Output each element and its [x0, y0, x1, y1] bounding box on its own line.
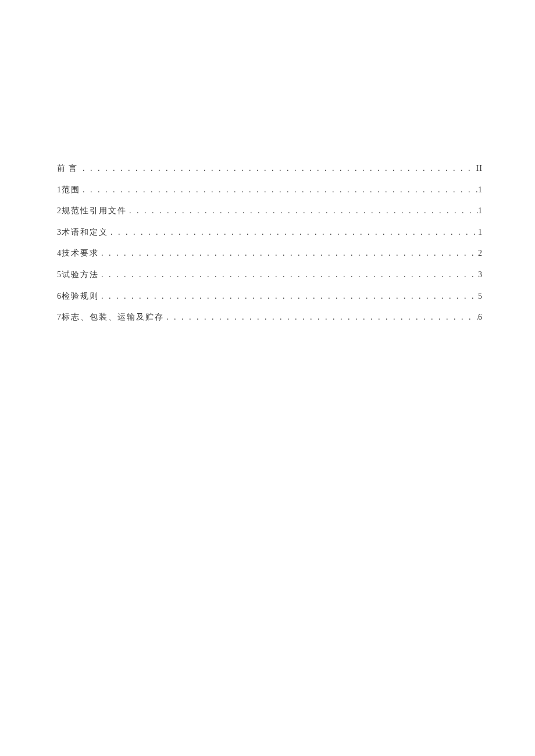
toc-leader-dots: . . . . . . . . . . . . . . . . . . . . …	[127, 205, 478, 217]
toc-entry-number: 3	[57, 227, 62, 238]
toc-leader-dots: . . . . . . . . . . . . . . . . . . . . …	[80, 184, 478, 196]
toc-entry-title: 技术要求	[62, 248, 99, 259]
toc-entry-page: 3	[478, 269, 483, 281]
toc-leader-dots: . . . . . . . . . . . . . . . . . . . . …	[99, 291, 478, 302]
toc-entry-number: 6	[57, 291, 62, 302]
toc-entry-title: 规范性引用文件	[62, 205, 127, 217]
toc-entry-number: 1	[57, 184, 62, 196]
toc-entry-page: 6	[478, 311, 483, 323]
toc-entry-title: 术语和定义	[62, 227, 108, 238]
toc-entry: 7 标志、包装、运输及贮存. . . . . . . . . . . . . .…	[57, 311, 483, 323]
toc-entry-number: 7	[57, 311, 62, 323]
toc-entry: 2 规范性引用文件. . . . . . . . . . . . . . . .…	[57, 205, 483, 217]
table-of-contents: 前言. . . . . . . . . . . . . . . . . . . …	[57, 163, 483, 323]
toc-entry-page: 2	[478, 248, 483, 259]
toc-entry-title: 标志、包装、运输及贮存	[62, 311, 164, 323]
toc-entry: 6 检验规则. . . . . . . . . . . . . . . . . …	[57, 291, 483, 302]
toc-leader-dots: . . . . . . . . . . . . . . . . . . . . …	[99, 269, 478, 281]
toc-entry-page: 1	[478, 205, 483, 217]
toc-entry-page: 1	[478, 227, 483, 238]
toc-entry: 前言. . . . . . . . . . . . . . . . . . . …	[57, 163, 483, 174]
toc-leader-dots: . . . . . . . . . . . . . . . . . . . . …	[99, 248, 478, 259]
toc-entry-page: 1	[478, 184, 483, 196]
toc-entry-title: 检验规则	[62, 291, 99, 302]
toc-entry: 1 范围. . . . . . . . . . . . . . . . . . …	[57, 184, 483, 196]
toc-entry-title: 范围	[62, 184, 80, 196]
toc-entry-title: 前言	[57, 163, 80, 174]
toc-leader-dots: . . . . . . . . . . . . . . . . . . . . …	[80, 163, 476, 174]
toc-entry-number: 5	[57, 269, 62, 281]
toc-entry-title: 试验方法	[62, 269, 99, 281]
toc-leader-dots: . . . . . . . . . . . . . . . . . . . . …	[108, 227, 478, 238]
document-page: 前言. . . . . . . . . . . . . . . . . . . …	[0, 0, 535, 323]
toc-leader-dots: . . . . . . . . . . . . . . . . . . . . …	[164, 311, 478, 323]
toc-entry: 5 试验方法. . . . . . . . . . . . . . . . . …	[57, 269, 483, 281]
toc-entry-page: 5	[478, 291, 483, 302]
toc-entry: 4 技术要求. . . . . . . . . . . . . . . . . …	[57, 248, 483, 259]
toc-entry-number: 2	[57, 205, 62, 217]
toc-entry-page: II	[476, 163, 483, 174]
toc-entry-number: 4	[57, 248, 62, 259]
toc-entry: 3 术语和定义. . . . . . . . . . . . . . . . .…	[57, 227, 483, 238]
